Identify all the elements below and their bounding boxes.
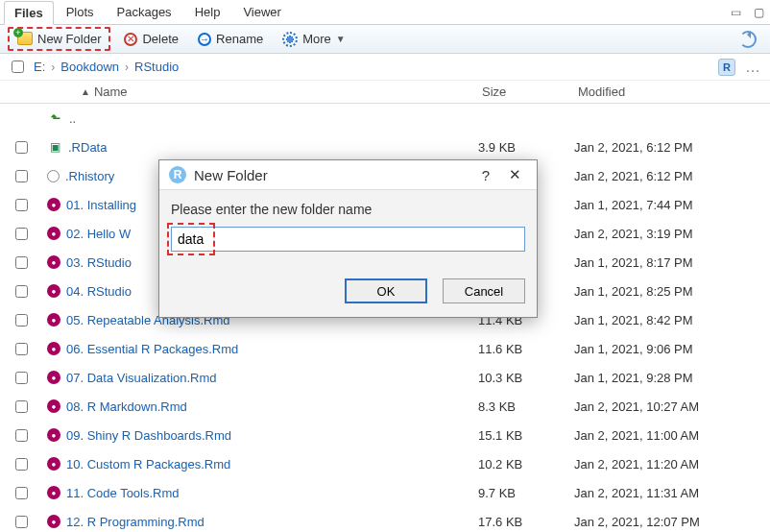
- row-checkbox[interactable]: [15, 228, 28, 240]
- file-row: ▣.RData3.9 KBJan 2, 2021, 6:12 PM: [0, 133, 770, 161]
- cancel-button[interactable]: Cancel: [443, 278, 525, 303]
- row-checkbox[interactable]: [15, 256, 28, 269]
- row-checkbox[interactable]: [15, 458, 28, 471]
- file-row: ●06. Essential R Packages.Rmd11.6 KBJan …: [0, 334, 770, 363]
- tab-help[interactable]: Help: [184, 0, 231, 24]
- column-name[interactable]: ▲ Name: [46, 85, 482, 99]
- file-modified: Jan 2, 2021, 11:20 AM: [574, 457, 766, 472]
- tab-files[interactable]: Files: [4, 1, 54, 25]
- rmd-file-icon: ●: [47, 342, 60, 355]
- row-checkbox[interactable]: [15, 141, 28, 154]
- file-name[interactable]: 11. Code Tools.Rmd: [66, 486, 478, 500]
- new-folder-dialog: R New Folder ? ✕ Please enter the new fo…: [158, 159, 538, 318]
- new-folder-label: New Folder: [37, 32, 101, 46]
- folder-name-input[interactable]: [171, 227, 525, 252]
- rmd-file-icon: ●: [47, 313, 60, 326]
- annotation-highlight: + New Folder: [8, 27, 110, 52]
- file-modified: Jan 1, 2021, 7:44 PM: [574, 198, 766, 212]
- select-all-checkbox[interactable]: [12, 60, 24, 73]
- file-modified: Jan 1, 2021, 8:42 PM: [574, 313, 766, 327]
- dialog-help-button[interactable]: ?: [476, 167, 495, 183]
- row-checkbox[interactable]: [15, 487, 28, 499]
- file-name[interactable]: 12. R Programming.Rmd: [66, 515, 478, 529]
- row-checkbox[interactable]: [15, 429, 28, 442]
- column-modified[interactable]: Modified: [578, 85, 770, 99]
- file-row: ●07. Data Visualization.Rmd10.3 KBJan 1,…: [0, 363, 770, 392]
- rhistory-file-icon: [47, 170, 60, 182]
- row-checkbox[interactable]: [15, 314, 28, 326]
- rename-button[interactable]: → Rename: [192, 30, 269, 48]
- file-name[interactable]: 08. R Markdown.Rmd: [66, 399, 478, 414]
- file-name[interactable]: .RData: [68, 140, 478, 155]
- files-toolbar: + New Folder ✕ Delete → Rename More ▼: [0, 25, 770, 54]
- file-row: ●09. Shiny R Dashboards.Rmd15.1 KBJan 2,…: [0, 421, 770, 449]
- dialog-close-button[interactable]: ✕: [503, 166, 527, 183]
- file-name[interactable]: 07. Data Visualization.Rmd: [66, 371, 478, 385]
- parent-dir-label: ..: [69, 111, 76, 126]
- more-menu[interactable]: More ▼: [277, 30, 351, 49]
- rmd-file-icon: ●: [47, 428, 60, 442]
- file-row: ●11. Code Tools.Rmd9.7 KBJan 2, 2021, 11…: [0, 478, 770, 507]
- tab-plots[interactable]: Plots: [56, 0, 105, 24]
- file-name[interactable]: 10. Custom R Packages.Rmd: [66, 457, 478, 472]
- breadcrumb-part-0[interactable]: Bookdown: [60, 60, 119, 74]
- row-checkbox[interactable]: [15, 285, 28, 298]
- rdata-file-icon: ▣: [47, 139, 62, 155]
- file-size: 10.2 KB: [478, 457, 574, 472]
- refresh-button[interactable]: [734, 29, 762, 50]
- delete-icon: ✕: [124, 33, 137, 46]
- file-modified: Jan 1, 2021, 9:06 PM: [574, 342, 766, 356]
- file-size: 15.1 KB: [478, 428, 574, 443]
- rename-label: Rename: [216, 32, 263, 46]
- file-size: 17.6 KB: [478, 515, 574, 529]
- file-name[interactable]: 06. Essential R Packages.Rmd: [66, 342, 478, 356]
- tab-packages[interactable]: Packages: [107, 0, 182, 24]
- up-arrow-icon: ⬑: [48, 110, 63, 126]
- file-modified: Jan 1, 2021, 8:17 PM: [574, 255, 766, 270]
- row-checkbox[interactable]: [15, 516, 28, 528]
- rmd-file-icon: ●: [47, 457, 60, 471]
- delete-label: Delete: [142, 32, 179, 46]
- breadcrumb-root[interactable]: E:: [34, 60, 45, 74]
- column-size[interactable]: Size: [482, 85, 578, 99]
- parent-dir-row[interactable]: ⬑ ..: [0, 104, 770, 133]
- more-label: More: [302, 32, 331, 46]
- new-folder-button[interactable]: + New Folder: [12, 30, 107, 48]
- rmd-file-icon: ●: [47, 198, 60, 211]
- file-modified: Jan 1, 2021, 9:28 PM: [574, 371, 766, 385]
- breadcrumb: E: › Bookdown › RStudio R …: [0, 54, 770, 81]
- rmd-file-icon: ●: [47, 284, 60, 298]
- maximize-pane-icon[interactable]: ▢: [751, 7, 766, 18]
- rmd-file-icon: ●: [47, 399, 60, 413]
- delete-button[interactable]: ✕ Delete: [118, 30, 184, 48]
- tab-viewer[interactable]: Viewer: [232, 0, 292, 24]
- row-checkbox[interactable]: [15, 199, 28, 211]
- file-modified: Jan 2, 2021, 3:19 PM: [574, 227, 766, 241]
- rename-icon: →: [198, 33, 211, 46]
- chevron-right-icon: ›: [51, 60, 55, 74]
- row-checkbox[interactable]: [15, 372, 28, 384]
- file-size: 8.3 KB: [478, 399, 574, 414]
- file-modified: Jan 2, 2021, 12:07 PM: [574, 515, 766, 529]
- more-options-icon[interactable]: …: [745, 59, 760, 76]
- rmd-file-icon: ●: [47, 515, 60, 528]
- file-modified: Jan 2, 2021, 6:12 PM: [574, 140, 766, 155]
- ok-button[interactable]: OK: [345, 278, 427, 303]
- row-checkbox[interactable]: [15, 400, 28, 413]
- file-modified: Jan 1, 2021, 8:25 PM: [574, 284, 766, 299]
- r-project-icon[interactable]: R: [718, 59, 735, 76]
- file-modified: Jan 2, 2021, 11:00 AM: [574, 428, 766, 443]
- breadcrumb-part-1[interactable]: RStudio: [134, 60, 179, 74]
- file-name[interactable]: 09. Shiny R Dashboards.Rmd: [66, 428, 478, 443]
- row-checkbox[interactable]: [15, 343, 28, 355]
- folder-plus-icon: +: [17, 32, 33, 45]
- gear-icon: [282, 32, 298, 47]
- file-row: ●10. Custom R Packages.Rmd10.2 KBJan 2, …: [0, 449, 770, 478]
- row-checkbox[interactable]: [15, 170, 28, 182]
- chevron-down-icon: ▼: [336, 34, 346, 44]
- refresh-icon: [739, 31, 757, 48]
- minimize-pane-icon[interactable]: ▭: [728, 7, 743, 18]
- rmd-file-icon: ●: [47, 486, 60, 499]
- pane-tabs: Files Plots Packages Help Viewer ▭ ▢: [0, 0, 770, 25]
- dialog-title: New Folder: [194, 167, 268, 183]
